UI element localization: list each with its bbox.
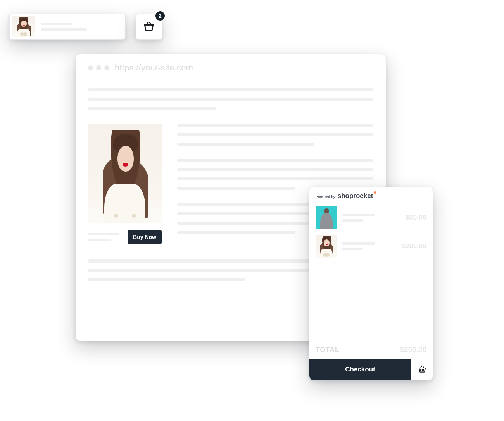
cart-panel-header: Powered by shoprocket — [309, 187, 433, 202]
cart-total-label: TOTAL — [316, 346, 339, 354]
cart-item-thumb — [316, 235, 337, 258]
cart-item[interactable]: $50.00 — [316, 206, 426, 229]
cart-badge: 2 — [155, 10, 166, 21]
checkout-row: Checkout — [309, 359, 433, 380]
traffic-lights — [88, 65, 109, 70]
brand-dot-icon — [374, 191, 376, 194]
product-title-placeholder — [88, 233, 124, 241]
cart-item[interactable]: $200.00 — [316, 235, 426, 258]
cart-item-title-placeholder — [342, 214, 398, 222]
traffic-dot — [104, 65, 109, 70]
header-placeholder-text — [88, 88, 373, 110]
cart-panel: Powered by shoprocket $50.00 — [309, 187, 433, 380]
traffic-dot — [96, 65, 101, 70]
checkout-button[interactable]: Checkout — [309, 359, 411, 380]
brand-text: shoprocket — [338, 192, 373, 199]
mini-product-widget[interactable] — [9, 14, 126, 40]
cart-item-price: $50.00 — [406, 214, 426, 222]
man-photo — [316, 206, 337, 229]
cart-button[interactable]: 2 — [136, 14, 162, 40]
product-meta: Buy Now — [88, 230, 162, 244]
cart-item-thumb — [316, 206, 337, 229]
woman-photo — [316, 235, 337, 258]
mini-product-text — [41, 23, 123, 31]
woman-photo — [12, 16, 35, 37]
cart-item-price: $200.00 — [402, 242, 426, 250]
stage: 2 https://your-site.com — [0, 0, 504, 421]
browser-chrome: https://your-site.com — [88, 63, 373, 73]
cart-item-title-placeholder — [342, 242, 394, 250]
cart-total-amount: $250.00 — [400, 345, 426, 354]
basket-icon — [143, 20, 155, 34]
cart-total-row: TOTAL $250.00 — [309, 345, 433, 359]
brand-name: shoprocket — [338, 192, 373, 200]
traffic-dot — [88, 65, 93, 70]
buy-now-button[interactable]: Buy Now — [128, 230, 162, 244]
woman-photo — [88, 124, 162, 223]
address-bar[interactable]: https://your-site.com — [115, 63, 193, 73]
cart-items: $50.00 $200.00 — [309, 202, 433, 263]
mini-product-thumb — [12, 16, 35, 37]
product-image[interactable] — [88, 124, 162, 223]
product-column: Buy Now — [88, 124, 162, 244]
checkout-basket-button[interactable] — [411, 359, 433, 380]
basket-icon — [418, 364, 427, 375]
powered-by-label: Powered by — [316, 195, 335, 199]
